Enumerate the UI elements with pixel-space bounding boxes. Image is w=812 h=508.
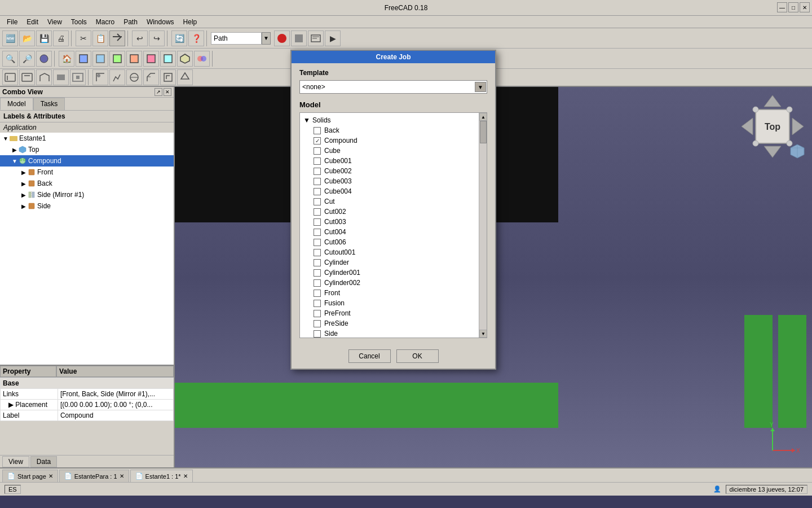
scroll-up-btn[interactable]: ▲	[479, 113, 487, 121]
nav-cube[interactable]: Top	[739, 93, 806, 160]
expand-icon[interactable]: ▼	[2, 135, 9, 142]
expand-icon-compound[interactable]: ▼	[11, 157, 18, 164]
right-view-button[interactable]	[160, 51, 176, 67]
model-item-18[interactable]: PreFront	[300, 308, 487, 318]
tree-item-top[interactable]: ▶ Top	[0, 144, 174, 155]
expand-icon-side-mirror[interactable]: ▶	[20, 191, 27, 198]
view-mode-button[interactable]	[36, 51, 52, 67]
stereo-button[interactable]	[194, 51, 210, 67]
path-button[interactable]	[109, 30, 125, 46]
checkbox-7[interactable]	[314, 198, 321, 205]
tree-item-back[interactable]: ▶ Back	[0, 178, 174, 189]
expand-icon-back[interactable]: ▶	[20, 180, 27, 187]
checkbox-3[interactable]	[314, 157, 321, 165]
isometric-button[interactable]	[177, 51, 193, 67]
path-tool9[interactable]	[143, 69, 159, 85]
play-button[interactable]: ▶	[325, 30, 341, 46]
run-red-button[interactable]	[274, 30, 290, 46]
menu-item-help[interactable]: Help	[179, 17, 202, 27]
model-item-16[interactable]: Front	[300, 288, 487, 298]
combo-close-button[interactable]: ✕	[164, 88, 171, 96]
scroll-down-btn[interactable]: ▼	[479, 330, 487, 338]
model-item-5[interactable]: Cube003	[300, 176, 487, 186]
path-tool8[interactable]	[126, 69, 142, 85]
close-button[interactable]: ✕	[800, 2, 810, 12]
model-item-17[interactable]: Fusion	[300, 298, 487, 308]
menu-item-file[interactable]: File	[2, 17, 22, 27]
model-item-15[interactable]: Cylinder002	[300, 278, 487, 288]
cancel-button[interactable]: Cancel	[348, 349, 391, 363]
checkbox-17[interactable]	[314, 300, 321, 307]
view-tab[interactable]: View	[2, 456, 29, 467]
tree-item-estante1[interactable]: ▼ Estante1	[0, 133, 174, 144]
undo-button[interactable]: ↩	[132, 30, 148, 46]
model-list-scrollbar[interactable]: ▲ ▼	[479, 113, 487, 338]
start-page-close[interactable]: ✕	[48, 473, 53, 479]
model-item-6[interactable]: Cube004	[300, 186, 487, 196]
maximize-button[interactable]: □	[788, 2, 798, 12]
start-page-tab[interactable]: 📄 Start page ✕	[2, 470, 58, 482]
zoom-in-button[interactable]: 🔎	[19, 51, 35, 67]
checkbox-16[interactable]	[314, 290, 321, 297]
tree-item-side-mirror[interactable]: ▶ Side (Mirror #1)	[0, 189, 174, 200]
save-button[interactable]: 💾	[36, 30, 52, 46]
checkbox-6[interactable]	[314, 188, 321, 195]
tree-item-side[interactable]: ▶ Side	[0, 200, 174, 212]
estante1-tab[interactable]: 📄 Estante1 : 1* ✕	[130, 470, 193, 482]
tasks-tab[interactable]: Tasks	[33, 98, 65, 110]
estante-para-tab[interactable]: 📄 EstantePara : 1 ✕	[59, 470, 129, 482]
expand-icon-top[interactable]: ▶	[11, 146, 18, 153]
model-item-10[interactable]: Cut004	[300, 227, 487, 237]
scroll-track[interactable]	[479, 121, 487, 330]
expand-icon-front[interactable]: ▶	[20, 169, 27, 176]
print-button[interactable]: 🖨	[53, 30, 69, 46]
path-dropdown[interactable]: Path	[211, 32, 262, 45]
menu-item-edit[interactable]: Edit	[22, 17, 43, 27]
model-item-3[interactable]: Cube001	[300, 156, 487, 166]
model-item-7[interactable]: Cut	[300, 196, 487, 207]
refresh-button[interactable]: 🔄	[171, 30, 187, 46]
checkbox-0[interactable]	[314, 127, 321, 134]
checkbox-11[interactable]	[314, 239, 321, 246]
checkbox-9[interactable]	[314, 218, 321, 226]
model-item-20[interactable]: Side	[300, 329, 487, 338]
left-view-button[interactable]	[143, 51, 159, 67]
model-item-19[interactable]: PreSide	[300, 318, 487, 329]
run-check-button[interactable]	[308, 30, 324, 46]
checkbox-15[interactable]	[314, 279, 321, 287]
model-item-14[interactable]: Cylinder001	[300, 268, 487, 278]
model-item-4[interactable]: Cube002	[300, 166, 487, 176]
model-item-13[interactable]: Cylinder	[300, 257, 487, 268]
model-item-0[interactable]: Back	[300, 125, 487, 135]
model-item-1[interactable]: Compound	[300, 135, 487, 146]
zoom-fit-button[interactable]: 🔍	[2, 51, 18, 67]
checkbox-12[interactable]	[314, 249, 321, 256]
checkbox-4[interactable]	[314, 168, 321, 175]
top-view-button[interactable]	[109, 51, 125, 67]
scroll-thumb[interactable]	[480, 121, 487, 143]
model-item-12[interactable]: Cutout001	[300, 247, 487, 257]
checkbox-1[interactable]	[314, 137, 321, 144]
open-button[interactable]: 📂	[19, 30, 35, 46]
run-stop-button[interactable]	[291, 30, 307, 46]
path-tool1[interactable]	[2, 69, 18, 85]
home-view-button[interactable]: 🏠	[59, 51, 74, 67]
front-view-button[interactable]	[76, 51, 91, 67]
checkbox-2[interactable]	[314, 147, 321, 155]
help-button[interactable]: ❓	[188, 30, 204, 46]
placement-expand[interactable]: ▶	[8, 401, 15, 409]
checkbox-19[interactable]	[314, 320, 321, 327]
checkbox-14[interactable]	[314, 269, 321, 277]
path-tool6[interactable]	[92, 69, 108, 85]
path-tool7[interactable]	[109, 69, 125, 85]
checkbox-13[interactable]	[314, 259, 321, 266]
model-item-9[interactable]: Cut003	[300, 217, 487, 227]
expand-icon-side[interactable]: ▶	[20, 203, 27, 209]
model-item-8[interactable]: Cut002	[300, 207, 487, 217]
combo-float-button[interactable]: ↗	[155, 88, 162, 96]
menu-item-view[interactable]: View	[43, 17, 67, 27]
path-tool2[interactable]	[19, 69, 35, 85]
checkbox-8[interactable]	[314, 208, 321, 216]
checkbox-10[interactable]	[314, 229, 321, 236]
path-tool11[interactable]	[177, 69, 193, 85]
